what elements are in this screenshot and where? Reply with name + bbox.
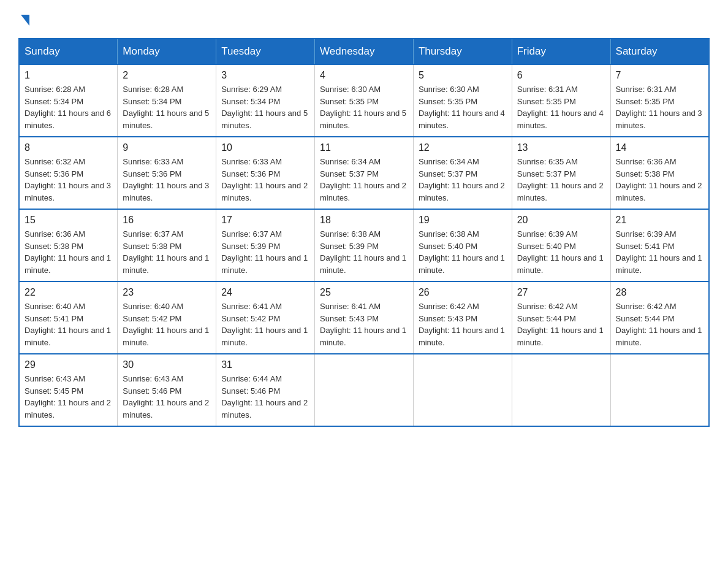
day-number: 12 xyxy=(419,142,507,153)
column-header-sunday: Sunday xyxy=(19,39,118,64)
day-cell-14: 14Sunrise: 6:36 AM Sunset: 5:38 PM Dayli… xyxy=(610,137,709,209)
day-cell-19: 19Sunrise: 6:38 AM Sunset: 5:40 PM Dayli… xyxy=(413,209,512,282)
day-number: 10 xyxy=(221,142,309,153)
week-row-4: 22Sunrise: 6:40 AM Sunset: 5:41 PM Dayli… xyxy=(19,282,709,354)
day-info: Sunrise: 6:35 AM Sunset: 5:37 PM Dayligh… xyxy=(517,156,605,204)
calendar-table: SundayMondayTuesdayWednesdayThursdayFrid… xyxy=(18,38,710,427)
day-info: Sunrise: 6:43 AM Sunset: 5:45 PM Dayligh… xyxy=(25,373,112,421)
week-row-5: 29Sunrise: 6:43 AM Sunset: 5:45 PM Dayli… xyxy=(19,354,709,426)
day-cell-1: 1Sunrise: 6:28 AM Sunset: 5:34 PM Daylig… xyxy=(19,64,118,137)
column-header-tuesday: Tuesday xyxy=(216,39,315,64)
day-number: 18 xyxy=(320,215,408,226)
day-cell-20: 20Sunrise: 6:39 AM Sunset: 5:40 PM Dayli… xyxy=(512,209,610,282)
day-info: Sunrise: 6:31 AM Sunset: 5:35 PM Dayligh… xyxy=(517,83,605,131)
day-number: 20 xyxy=(517,215,605,226)
day-cell-26: 26Sunrise: 6:42 AM Sunset: 5:43 PM Dayli… xyxy=(413,282,512,354)
day-number: 26 xyxy=(419,287,507,298)
day-cell-16: 16Sunrise: 6:37 AM Sunset: 5:38 PM Dayli… xyxy=(118,209,216,282)
day-cell-28: 28Sunrise: 6:42 AM Sunset: 5:44 PM Dayli… xyxy=(610,282,709,354)
day-info: Sunrise: 6:36 AM Sunset: 5:38 PM Dayligh… xyxy=(616,156,703,204)
day-cell-13: 13Sunrise: 6:35 AM Sunset: 5:37 PM Dayli… xyxy=(512,137,610,209)
day-number: 14 xyxy=(616,142,703,153)
day-number: 6 xyxy=(517,70,605,81)
day-info: Sunrise: 6:30 AM Sunset: 5:35 PM Dayligh… xyxy=(320,83,408,131)
day-info: Sunrise: 6:41 AM Sunset: 5:42 PM Dayligh… xyxy=(221,301,309,348)
day-number: 30 xyxy=(123,359,211,370)
day-number: 15 xyxy=(25,215,112,226)
day-info: Sunrise: 6:37 AM Sunset: 5:38 PM Dayligh… xyxy=(123,228,211,276)
logo-arrow-icon xyxy=(21,15,29,26)
day-number: 28 xyxy=(616,287,703,298)
day-info: Sunrise: 6:44 AM Sunset: 5:46 PM Dayligh… xyxy=(221,373,309,421)
day-cell-22: 22Sunrise: 6:40 AM Sunset: 5:41 PM Dayli… xyxy=(19,282,118,354)
day-info: Sunrise: 6:33 AM Sunset: 5:36 PM Dayligh… xyxy=(123,156,211,204)
day-info: Sunrise: 6:38 AM Sunset: 5:39 PM Dayligh… xyxy=(320,228,408,276)
day-cell-12: 12Sunrise: 6:34 AM Sunset: 5:37 PM Dayli… xyxy=(413,137,512,209)
day-info: Sunrise: 6:39 AM Sunset: 5:41 PM Dayligh… xyxy=(616,228,703,276)
day-cell-10: 10Sunrise: 6:33 AM Sunset: 5:36 PM Dayli… xyxy=(216,137,315,209)
day-number: 11 xyxy=(320,142,408,153)
day-number: 21 xyxy=(616,215,703,226)
day-info: Sunrise: 6:40 AM Sunset: 5:42 PM Dayligh… xyxy=(123,301,211,348)
day-cell-5: 5Sunrise: 6:30 AM Sunset: 5:35 PM Daylig… xyxy=(413,64,512,137)
column-header-wednesday: Wednesday xyxy=(315,39,414,64)
column-header-thursday: Thursday xyxy=(413,39,512,64)
day-cell-15: 15Sunrise: 6:36 AM Sunset: 5:38 PM Dayli… xyxy=(19,209,118,282)
day-info: Sunrise: 6:28 AM Sunset: 5:34 PM Dayligh… xyxy=(25,83,112,131)
day-cell-18: 18Sunrise: 6:38 AM Sunset: 5:39 PM Dayli… xyxy=(315,209,414,282)
day-cell-30: 30Sunrise: 6:43 AM Sunset: 5:46 PM Dayli… xyxy=(118,354,216,426)
page-header xyxy=(18,12,710,26)
day-cell-2: 2Sunrise: 6:28 AM Sunset: 5:34 PM Daylig… xyxy=(118,64,216,137)
day-cell-27: 27Sunrise: 6:42 AM Sunset: 5:44 PM Dayli… xyxy=(512,282,610,354)
day-number: 31 xyxy=(221,359,309,370)
day-number: 25 xyxy=(320,287,408,298)
day-cell-31: 31Sunrise: 6:44 AM Sunset: 5:46 PM Dayli… xyxy=(216,354,315,426)
empty-cell xyxy=(315,354,414,426)
day-info: Sunrise: 6:30 AM Sunset: 5:35 PM Dayligh… xyxy=(419,83,507,131)
day-cell-7: 7Sunrise: 6:31 AM Sunset: 5:35 PM Daylig… xyxy=(610,64,709,137)
day-info: Sunrise: 6:32 AM Sunset: 5:36 PM Dayligh… xyxy=(25,156,112,204)
day-cell-11: 11Sunrise: 6:34 AM Sunset: 5:37 PM Dayli… xyxy=(315,137,414,209)
logo xyxy=(18,12,29,26)
empty-cell xyxy=(610,354,709,426)
week-row-3: 15Sunrise: 6:36 AM Sunset: 5:38 PM Dayli… xyxy=(19,209,709,282)
day-info: Sunrise: 6:33 AM Sunset: 5:36 PM Dayligh… xyxy=(221,156,309,204)
day-number: 13 xyxy=(517,142,605,153)
day-info: Sunrise: 6:29 AM Sunset: 5:34 PM Dayligh… xyxy=(221,83,309,131)
day-number: 16 xyxy=(123,215,211,226)
day-info: Sunrise: 6:34 AM Sunset: 5:37 PM Dayligh… xyxy=(419,156,507,204)
day-info: Sunrise: 6:36 AM Sunset: 5:38 PM Dayligh… xyxy=(25,228,112,276)
day-number: 7 xyxy=(616,70,703,81)
day-info: Sunrise: 6:39 AM Sunset: 5:40 PM Dayligh… xyxy=(517,228,605,276)
day-number: 27 xyxy=(517,287,605,298)
day-cell-29: 29Sunrise: 6:43 AM Sunset: 5:45 PM Dayli… xyxy=(19,354,118,426)
day-number: 2 xyxy=(123,70,211,81)
day-info: Sunrise: 6:42 AM Sunset: 5:43 PM Dayligh… xyxy=(419,301,507,348)
column-header-saturday: Saturday xyxy=(610,39,709,64)
day-info: Sunrise: 6:28 AM Sunset: 5:34 PM Dayligh… xyxy=(123,83,211,131)
day-number: 9 xyxy=(123,142,211,153)
day-info: Sunrise: 6:42 AM Sunset: 5:44 PM Dayligh… xyxy=(517,301,605,348)
week-row-1: 1Sunrise: 6:28 AM Sunset: 5:34 PM Daylig… xyxy=(19,64,709,137)
day-number: 24 xyxy=(221,287,309,298)
day-number: 17 xyxy=(221,215,309,226)
empty-cell xyxy=(413,354,512,426)
day-cell-23: 23Sunrise: 6:40 AM Sunset: 5:42 PM Dayli… xyxy=(118,282,216,354)
day-cell-9: 9Sunrise: 6:33 AM Sunset: 5:36 PM Daylig… xyxy=(118,137,216,209)
day-number: 1 xyxy=(25,70,112,81)
week-row-2: 8Sunrise: 6:32 AM Sunset: 5:36 PM Daylig… xyxy=(19,137,709,209)
day-number: 19 xyxy=(419,215,507,226)
day-cell-17: 17Sunrise: 6:37 AM Sunset: 5:39 PM Dayli… xyxy=(216,209,315,282)
day-info: Sunrise: 6:43 AM Sunset: 5:46 PM Dayligh… xyxy=(123,373,211,421)
day-number: 29 xyxy=(25,359,112,370)
day-info: Sunrise: 6:41 AM Sunset: 5:43 PM Dayligh… xyxy=(320,301,408,348)
column-header-friday: Friday xyxy=(512,39,610,64)
day-cell-25: 25Sunrise: 6:41 AM Sunset: 5:43 PM Dayli… xyxy=(315,282,414,354)
day-info: Sunrise: 6:40 AM Sunset: 5:41 PM Dayligh… xyxy=(25,301,112,348)
day-info: Sunrise: 6:42 AM Sunset: 5:44 PM Dayligh… xyxy=(616,301,703,348)
day-cell-4: 4Sunrise: 6:30 AM Sunset: 5:35 PM Daylig… xyxy=(315,64,414,137)
day-cell-6: 6Sunrise: 6:31 AM Sunset: 5:35 PM Daylig… xyxy=(512,64,610,137)
day-info: Sunrise: 6:34 AM Sunset: 5:37 PM Dayligh… xyxy=(320,156,408,204)
day-number: 5 xyxy=(419,70,507,81)
day-number: 8 xyxy=(25,142,112,153)
